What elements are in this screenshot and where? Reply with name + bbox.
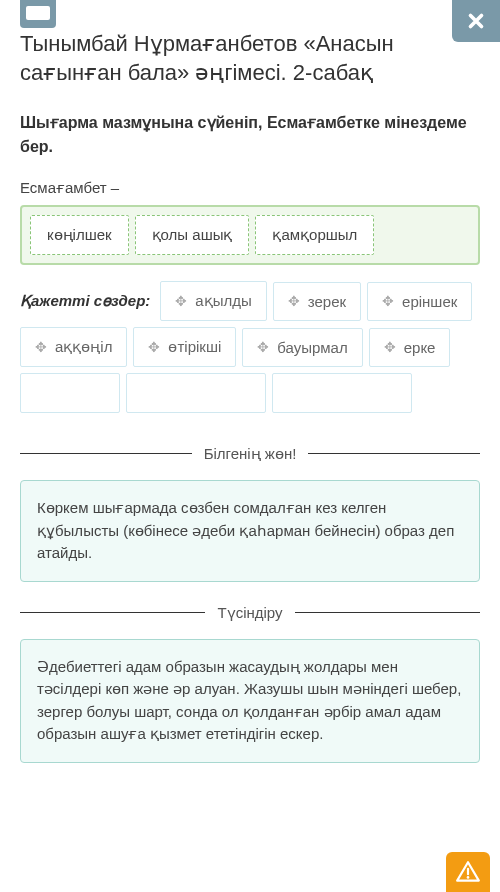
- divider-line: [308, 453, 480, 454]
- word-chip[interactable]: ✥ ақылды: [160, 281, 266, 321]
- divider-explanation: Түсіндіру: [20, 602, 480, 623]
- word-text: өтірікші: [168, 338, 221, 356]
- answer-chip[interactable]: қамқоршыл: [255, 215, 374, 255]
- divider-line: [20, 612, 205, 613]
- drag-icon: ✥: [35, 339, 47, 355]
- answer-dropzone[interactable]: көңілшек қолы ашық қамқоршыл: [20, 205, 480, 265]
- word-text: аққөңіл: [55, 338, 112, 356]
- word-text: бауырмал: [277, 339, 347, 356]
- drag-icon: ✥: [148, 339, 160, 355]
- clipboard-icon: [20, 0, 56, 28]
- empty-slot[interactable]: [126, 373, 266, 413]
- word-text: ерке: [404, 339, 436, 356]
- answer-chip[interactable]: көңілшек: [30, 215, 129, 255]
- drag-icon: ✥: [175, 293, 187, 309]
- info-box-definition: Көркем шығармада сөзбен сомдалған кез ке…: [20, 480, 480, 582]
- word-text: еріншек: [402, 293, 457, 310]
- divider-good-to-know: Білгенің жөн!: [20, 443, 480, 464]
- lesson-title: Тынымбай Нұрмағанбетов «Анасын сағынған …: [20, 30, 480, 87]
- word-chip[interactable]: ✥ ерке: [369, 328, 451, 367]
- word-chip[interactable]: ✥ зерек: [273, 282, 361, 321]
- drag-icon: ✥: [257, 339, 269, 355]
- warning-icon: [455, 859, 481, 885]
- word-chip[interactable]: ✥ бауырмал: [242, 328, 362, 367]
- word-text: ақылды: [195, 292, 251, 310]
- word-chip[interactable]: ✥ өтірікші: [133, 327, 236, 367]
- words-pool: Қажетті сөздер: ✥ ақылды ✥ зерек ✥ ерінш…: [20, 281, 480, 413]
- divider-label: Түсіндіру: [217, 602, 282, 623]
- instruction-text: Шығарма мазмұнына сүйеніп, Есмағамбетке …: [20, 111, 480, 159]
- svg-point-1: [467, 876, 470, 879]
- word-chip[interactable]: ✥ аққөңіл: [20, 327, 127, 367]
- warning-button[interactable]: [446, 852, 490, 892]
- close-button[interactable]: [452, 0, 500, 42]
- empty-slot[interactable]: [272, 373, 412, 413]
- word-chip[interactable]: ✥ еріншек: [367, 282, 472, 321]
- drag-icon: ✥: [382, 293, 394, 309]
- divider-line: [295, 612, 480, 613]
- close-icon: [465, 10, 487, 32]
- empty-slot[interactable]: [20, 373, 120, 413]
- divider-line: [20, 453, 192, 454]
- word-text: зерек: [308, 293, 346, 310]
- divider-label: Білгенің жөн!: [204, 443, 297, 464]
- subject-label: Есмағамбет –: [20, 179, 480, 197]
- words-label: Қажетті сөздер:: [20, 292, 150, 310]
- info-box-explanation: Әдебиеттегі адам образын жасаудың жолдар…: [20, 639, 480, 763]
- drag-icon: ✥: [288, 293, 300, 309]
- answer-chip[interactable]: қолы ашық: [135, 215, 250, 255]
- drag-icon: ✥: [384, 339, 396, 355]
